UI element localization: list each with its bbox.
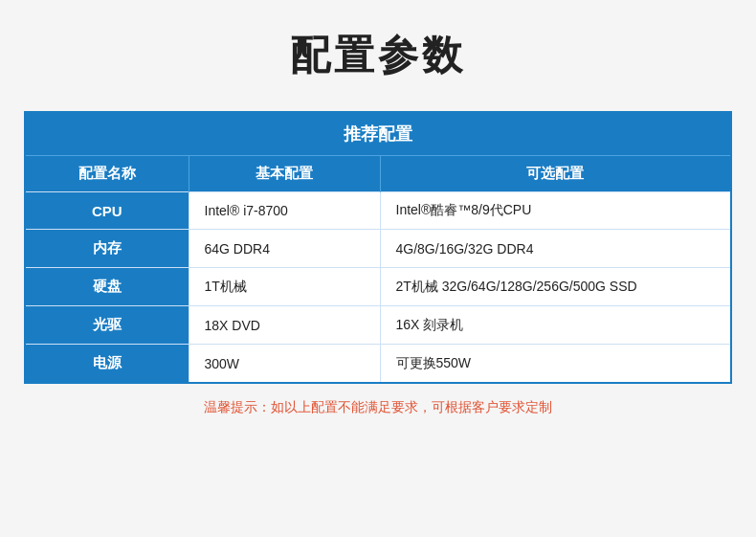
table-row: 光驱18X DVD16X 刻录机 [26, 306, 730, 345]
cell-optional: 16X 刻录机 [380, 306, 730, 345]
cell-name: CPU [26, 192, 189, 230]
table-row: 内存64G DDR44G/8G/16G/32G DDR4 [26, 230, 730, 268]
cell-basic: 1T机械 [189, 268, 380, 306]
page-title: 配置参数 [290, 29, 466, 82]
cell-optional: 可更换550W [380, 345, 730, 383]
config-table: 配置名称 基本配置 可选配置 CPUIntel® i7-8700Intel®酷睿… [26, 155, 730, 382]
table-row: 硬盘1T机械2T机械 32G/64G/128G/256G/500G SSD [26, 268, 730, 306]
cell-basic: 64G DDR4 [189, 230, 380, 268]
cell-optional: 4G/8G/16G/32G DDR4 [380, 230, 730, 268]
cell-name: 硬盘 [26, 268, 189, 306]
table-row: CPUIntel® i7-8700Intel®酷睿™8/9代CPU [26, 192, 730, 230]
cell-optional: Intel®酷睿™8/9代CPU [380, 192, 730, 230]
table-header-row: 配置名称 基本配置 可选配置 [26, 156, 730, 192]
tip-text: 温馨提示：如以上配置不能满足要求，可根据客户要求定制 [24, 399, 732, 416]
cell-name: 光驱 [26, 306, 189, 345]
col-header-basic: 基本配置 [189, 156, 380, 192]
cell-name: 内存 [26, 230, 189, 268]
cell-name: 电源 [26, 345, 189, 383]
cell-basic: Intel® i7-8700 [189, 192, 380, 230]
cell-optional: 2T机械 32G/64G/128G/256G/500G SSD [380, 268, 730, 306]
col-header-name: 配置名称 [26, 156, 189, 192]
table-row: 电源300W可更换550W [26, 345, 730, 383]
cell-basic: 300W [189, 345, 380, 383]
config-table-wrapper: 推荐配置 配置名称 基本配置 可选配置 CPUIntel® i7-8700Int… [24, 111, 732, 384]
section-header: 推荐配置 [26, 113, 730, 155]
cell-basic: 18X DVD [189, 306, 380, 345]
col-header-optional: 可选配置 [380, 156, 730, 192]
